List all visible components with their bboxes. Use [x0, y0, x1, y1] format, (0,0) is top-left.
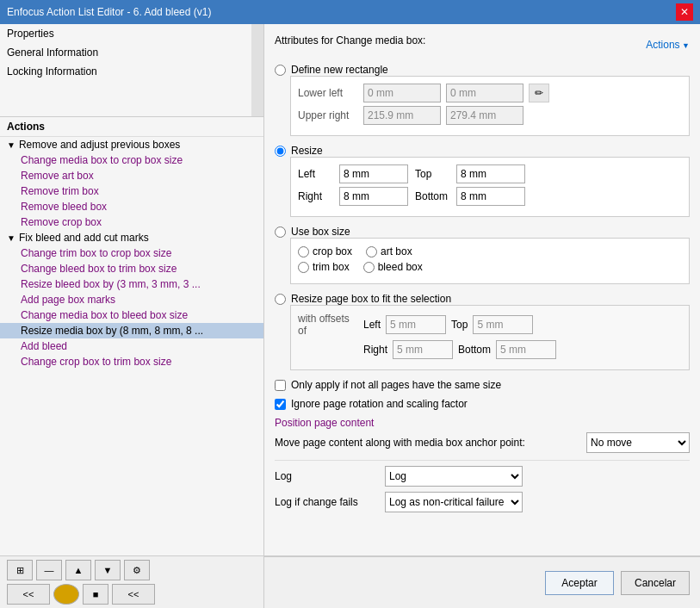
offset-section: with offsets of Left Top Right Bottom [290, 305, 690, 370]
move-select[interactable]: No move Move Anchor top-left Anchor top-… [586, 432, 690, 453]
collapse-arrow: ▼ [7, 140, 15, 150]
offset-left-label: Left [363, 319, 381, 331]
sidebar-item-general[interactable]: General Information [0, 43, 263, 62]
move-up-button[interactable]: ▲ [65, 560, 91, 580]
action-change-bleed-trim[interactable]: Change bleed box to trim box size [0, 261, 263, 276]
position-group: Position page content Move page content … [275, 417, 690, 453]
trim-box-radio[interactable] [298, 262, 309, 273]
action-add-marks[interactable]: Add page box marks [0, 292, 263, 307]
properties-scrollbar[interactable] [251, 24, 263, 116]
upper-right-x[interactable] [363, 106, 441, 125]
settings-button[interactable]: ⚙ [124, 560, 150, 580]
action-add-bleed[interactable]: Add bleed [0, 338, 263, 354]
define-rect-section: Lower left ✏ Upper right [290, 76, 690, 136]
action-remove-art[interactable]: Remove art box [0, 168, 263, 183]
art-box-option[interactable]: art box [366, 245, 412, 257]
bleed-box-option[interactable]: bleed box [363, 261, 423, 273]
section-header: Attributes for Change media box: Actions [275, 34, 690, 55]
action-remove-crop[interactable]: Remove crop box [0, 214, 263, 230]
right-input[interactable] [339, 187, 408, 206]
group-label: Remove and adjust previous boxes [19, 139, 180, 151]
action-resize-bleed[interactable]: Resize bleed box by (3 mm, 3 mm, 3 ... [0, 276, 263, 292]
upper-right-y[interactable] [446, 106, 523, 125]
offset-right-label: Right [363, 344, 387, 356]
offset-left-input[interactable] [386, 315, 446, 334]
window-title: Enfocus Action List Editor - 6. Add blee… [7, 6, 211, 18]
accept-button[interactable]: Aceptar [545, 571, 614, 595]
panel-title: Attributes for Change media box: [275, 34, 425, 47]
circle-indicator[interactable] [53, 584, 79, 605]
only-apply-checkbox[interactable] [275, 380, 286, 391]
action-group-fix-bleed[interactable]: ▼ Fix bleed and add cut marks [0, 230, 263, 245]
resize-section: Left Top Right Bottom [290, 157, 690, 217]
log-select[interactable]: Log Don't log [385, 466, 523, 487]
square-button[interactable]: ■ [83, 584, 108, 605]
art-box-radio[interactable] [366, 246, 377, 257]
sidebar-item-locking[interactable]: Locking Information [0, 62, 263, 81]
action-change-crop-trim[interactable]: Change crop box to trim box size [0, 354, 263, 369]
top-label: Top [415, 168, 449, 180]
box-radio-row-2: trim box bleed box [298, 261, 682, 273]
use-box-size-radio[interactable] [275, 226, 286, 238]
toolbar-row-1: ⊞ — ▲ ▼ ⚙ [7, 560, 257, 580]
resize-page-radio[interactable] [275, 294, 286, 305]
properties-list: Properties General Information Locking I… [0, 24, 263, 117]
bottom-label: Bottom [415, 190, 449, 202]
action-resize-media[interactable]: Resize media box by (8 mm, 8 mm, 8 ... [0, 323, 263, 338]
bottom-toolbar: ⊞ — ▲ ▼ ⚙ << ■ << [0, 556, 264, 608]
cancel-button[interactable]: Cancelar [621, 571, 690, 595]
offset-left-top-row: with offsets of Left Top [298, 313, 682, 337]
prev-button[interactable]: << [7, 584, 50, 605]
use-box-size-radio-label[interactable]: Use box size [275, 226, 690, 238]
log-if-fails-label: Log if change fails [275, 496, 378, 508]
crop-box-option[interactable]: crop box [298, 245, 352, 257]
right-label: Right [298, 190, 332, 202]
action-change-media-crop[interactable]: Change media box to crop box size [0, 152, 263, 168]
remove-button[interactable]: — [36, 560, 62, 580]
define-rect-radio-label[interactable]: Define new rectangle [275, 64, 690, 76]
with-offsets-label: with offsets of [298, 313, 358, 337]
top-input[interactable] [456, 164, 525, 183]
trim-box-option[interactable]: trim box [298, 261, 350, 273]
bottom-input[interactable] [456, 187, 525, 206]
close-button[interactable]: ✕ [676, 3, 693, 21]
offset-right-input[interactable] [393, 340, 453, 359]
ignore-rotation-checkbox[interactable] [275, 399, 286, 410]
log-if-fails-select[interactable]: Log as non-critical failure Log as criti… [385, 492, 523, 512]
crop-box-radio[interactable] [298, 246, 309, 257]
define-rect-group: Define new rectangle Lower left ✏ Upper … [275, 64, 690, 136]
resize-right-bottom-row: Right Bottom [298, 187, 682, 206]
bleed-box-radio[interactable] [363, 262, 375, 273]
offset-top-input[interactable] [473, 315, 533, 334]
lower-left-row: Lower left ✏ [298, 84, 682, 102]
action-change-media-bleed[interactable]: Change media box to bleed box size [0, 307, 263, 323]
action-group-remove[interactable]: ▼ Remove and adjust previous boxes [0, 137, 263, 152]
resize-group: Resize Left Top Right Bottom [275, 145, 690, 217]
only-apply-label: Only apply if not all pages have the sam… [291, 379, 501, 391]
bleed-box-label: bleed box [378, 261, 423, 273]
resize-radio-label[interactable]: Resize [275, 145, 690, 157]
position-title: Position page content [275, 417, 690, 429]
define-rect-radio[interactable] [275, 65, 286, 76]
move-down-button[interactable]: ▼ [95, 560, 121, 580]
box-radio-row-1: crop box art box [298, 245, 682, 257]
offset-bottom-input[interactable] [496, 340, 556, 359]
action-remove-bleed[interactable]: Remove bleed box [0, 199, 263, 214]
sidebar-item-properties[interactable]: Properties [0, 24, 263, 43]
resize-label: Resize [291, 145, 323, 157]
resize-page-radio-label[interactable]: Resize page box to fit the selection [275, 293, 690, 305]
lower-left-x[interactable] [363, 84, 441, 102]
pencil-button[interactable]: ✏ [529, 84, 549, 102]
resize-radio[interactable] [275, 146, 286, 157]
upper-right-label: Upper right [298, 109, 358, 121]
left-input[interactable] [339, 164, 408, 183]
action-change-trim-crop[interactable]: Change trim box to crop box size [0, 245, 263, 261]
add-button[interactable]: ⊞ [7, 560, 33, 580]
move-row: Move page content along with media box a… [275, 432, 690, 453]
action-remove-trim[interactable]: Remove trim box [0, 183, 263, 199]
use-box-size-group: Use box size crop box art box [275, 226, 690, 284]
lower-left-y[interactable] [446, 84, 523, 102]
trim-box-label: trim box [313, 261, 350, 273]
next-button[interactable]: << [112, 584, 155, 605]
actions-link[interactable]: Actions [646, 39, 690, 51]
